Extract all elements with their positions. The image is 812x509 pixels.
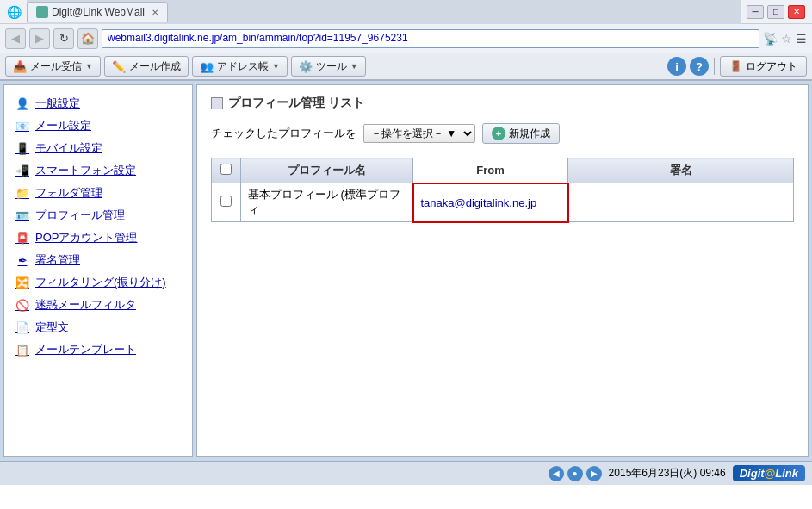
tools-icon: ⚙️ bbox=[299, 59, 313, 73]
col-header-name: プロフィール名 bbox=[241, 158, 413, 183]
receive-mail-button[interactable]: 📥 メール受信 ▼ bbox=[5, 56, 101, 77]
browser-tab[interactable]: Digit@Link WebMail ✕ bbox=[27, 2, 168, 22]
create-label: 新規作成 bbox=[509, 127, 550, 141]
content-area: プロフィール管理 リスト チェックしたプロフィールを －操作を選択－ ▼ + 新… bbox=[196, 84, 809, 457]
compose-mail-button[interactable]: ✏️ メール作成 bbox=[104, 56, 189, 77]
sidebar-label-pop: POPアカウント管理 bbox=[35, 230, 137, 245]
rss-icon: 📡 bbox=[763, 32, 778, 46]
sidebar-label-spam: 迷惑メールフィルタ bbox=[35, 297, 136, 313]
status-icons: ◀ ● ▶ bbox=[549, 466, 602, 481]
sidebar-item-smartphone[interactable]: 📲 スマートフォン設定 bbox=[8, 159, 189, 182]
status-bar: ◀ ● ▶ 2015年6月23日(火) 09:46 Digit@Link bbox=[0, 461, 812, 485]
pop-account-icon: 📮 bbox=[15, 231, 30, 245]
tab-favicon bbox=[36, 6, 48, 18]
mail-template-icon: 📋 bbox=[15, 343, 30, 357]
minimize-btn[interactable]: ─ bbox=[747, 5, 764, 19]
logout-label: ログアウト bbox=[746, 59, 797, 74]
info-button[interactable]: i bbox=[667, 57, 686, 76]
home-button[interactable]: 🏠 bbox=[77, 28, 98, 49]
sidebar-label-filter: フィルタリング(振り分け) bbox=[35, 275, 166, 290]
maximize-btn[interactable]: □ bbox=[767, 5, 784, 19]
create-icon: + bbox=[492, 127, 505, 140]
sidebar-label-smartphone: スマートフォン設定 bbox=[35, 163, 136, 178]
back-button[interactable]: ◀ bbox=[5, 28, 26, 49]
sidebar-item-spam[interactable]: 🚫 迷惑メールフィルタ bbox=[8, 294, 189, 316]
logout-icon: 🚪 bbox=[729, 60, 742, 72]
mobile-settings-icon: 📱 bbox=[15, 141, 30, 155]
sidebar-item-filter[interactable]: 🔀 フィルタリング(振り分け) bbox=[8, 271, 189, 294]
signature-management-icon: ✒ bbox=[15, 253, 30, 267]
window-icon: 🌐 bbox=[7, 5, 22, 19]
menu-icon[interactable]: ☰ bbox=[796, 32, 807, 46]
sidebar-item-profile[interactable]: 🪪 プロフィール管理 bbox=[8, 204, 189, 227]
create-new-button[interactable]: + 新規作成 bbox=[482, 123, 560, 144]
receive-icon: 📥 bbox=[13, 59, 27, 73]
sidebar-item-pop[interactable]: 📮 POPアカウント管理 bbox=[8, 227, 189, 249]
logo-at-sign: @ bbox=[765, 467, 776, 480]
addressbook-arrow-icon: ▼ bbox=[272, 62, 280, 71]
receive-label: メール受信 bbox=[30, 59, 82, 74]
logout-button[interactable]: 🚪 ログアウト bbox=[720, 56, 807, 77]
profile-name-value: 基本プロフィール (標準プロフィ bbox=[248, 188, 400, 216]
sidebar-label-mail-template: メールテンプレート bbox=[35, 342, 136, 357]
sidebar-item-general[interactable]: 👤 一般設定 bbox=[8, 92, 189, 115]
title-bar: 🌐 Digit@Link WebMail ✕ ─ □ ✕ bbox=[0, 0, 812, 24]
close-btn[interactable]: ✕ bbox=[788, 5, 805, 19]
tab-close-icon[interactable]: ✕ bbox=[152, 8, 158, 17]
addressbook-icon: 👥 bbox=[200, 59, 214, 73]
sidebar-item-folder[interactable]: 📁 フォルダ管理 bbox=[8, 182, 189, 204]
sidebar-label-fixed-text: 定型文 bbox=[35, 320, 69, 335]
tab-title: Digit@Link WebMail bbox=[52, 6, 145, 18]
row-checkbox-cell bbox=[212, 183, 241, 222]
status-icon-2[interactable]: ● bbox=[567, 466, 583, 481]
col-header-sign: 署名 bbox=[568, 158, 794, 183]
sidebar-item-mail-template[interactable]: 📋 メールテンプレート bbox=[8, 338, 189, 361]
page-title-area: プロフィール管理 リスト bbox=[211, 96, 794, 111]
operation-dropdown[interactable]: －操作を選択－ ▼ bbox=[363, 124, 475, 143]
tools-label: ツール bbox=[316, 59, 347, 74]
addressbook-button[interactable]: 👥 アドレス帳 ▼ bbox=[192, 56, 288, 77]
sidebar-item-mail[interactable]: 📧 メール設定 bbox=[8, 115, 189, 137]
sidebar-label-profile: プロフィール管理 bbox=[35, 208, 125, 223]
sidebar-item-mobile[interactable]: 📱 モバイル設定 bbox=[8, 137, 189, 159]
sidebar-label-mail: メール設定 bbox=[35, 118, 91, 133]
main-layout: 👤 一般設定 📧 メール設定 📱 モバイル設定 📲 スマートフォン設定 📁 フォ… bbox=[0, 81, 812, 461]
status-icon-3[interactable]: ▶ bbox=[586, 466, 602, 481]
sidebar-label-signature: 署名管理 bbox=[35, 252, 80, 268]
logo-badge: Digit@Link bbox=[733, 465, 805, 481]
refresh-button[interactable]: ↻ bbox=[53, 28, 74, 49]
sidebar-item-signature[interactable]: ✒ 署名管理 bbox=[8, 249, 189, 271]
tools-button[interactable]: ⚙️ ツール ▼ bbox=[291, 56, 366, 77]
from-email-value[interactable]: tanaka@digitalink.ne.jp bbox=[421, 196, 537, 209]
action-prefix-label: チェックしたプロフィールを bbox=[211, 126, 356, 141]
tools-arrow-icon: ▼ bbox=[350, 62, 358, 71]
title-icon bbox=[211, 97, 223, 109]
forward-button[interactable]: ▶ bbox=[29, 28, 50, 49]
mail-settings-icon: 📧 bbox=[15, 119, 30, 133]
col-header-from: From bbox=[413, 158, 568, 183]
address-bar[interactable]: webmail3.digitalink.ne.jp/am_bin/ammain/… bbox=[102, 29, 759, 48]
bookmark-icon[interactable]: ☆ bbox=[781, 32, 792, 46]
general-settings-icon: 👤 bbox=[15, 96, 30, 110]
col-header-checkbox bbox=[212, 158, 241, 183]
status-right: ◀ ● ▶ 2015年6月23日(火) 09:46 Digit@Link bbox=[549, 465, 805, 481]
page-title: プロフィール管理 リスト bbox=[228, 96, 364, 111]
select-all-checkbox[interactable] bbox=[220, 164, 232, 175]
sidebar: 👤 一般設定 📧 メール設定 📱 モバイル設定 📲 スマートフォン設定 📁 フォ… bbox=[3, 84, 193, 457]
sidebar-label-folder: フォルダ管理 bbox=[35, 185, 102, 201]
status-icon-1[interactable]: ◀ bbox=[549, 466, 564, 481]
addressbook-label: アドレス帳 bbox=[217, 59, 269, 74]
from-email-cell: tanaka@digitalink.ne.jp bbox=[413, 183, 568, 222]
profile-management-icon: 🪪 bbox=[15, 208, 30, 222]
sidebar-item-template-text[interactable]: 📄 定型文 bbox=[8, 316, 189, 338]
smartphone-settings-icon: 📲 bbox=[15, 164, 30, 177]
receive-arrow-icon: ▼ bbox=[85, 62, 93, 71]
help-button[interactable]: ? bbox=[690, 57, 709, 76]
navigation-bar: ◀ ▶ ↻ 🏠 webmail3.digitalink.ne.jp/am_bin… bbox=[0, 24, 812, 53]
datetime-display: 2015年6月23日(火) 09:46 bbox=[609, 466, 726, 481]
sign-cell bbox=[568, 183, 794, 222]
compose-icon: ✏️ bbox=[112, 59, 126, 73]
mail-toolbar: 📥 メール受信 ▼ ✏️ メール作成 👥 アドレス帳 ▼ ⚙️ ツール ▼ i … bbox=[0, 53, 812, 81]
row-checkbox[interactable] bbox=[220, 196, 232, 207]
table-row: 基本プロフィール (標準プロフィ tanaka@digitalink.ne.jp bbox=[212, 183, 794, 222]
